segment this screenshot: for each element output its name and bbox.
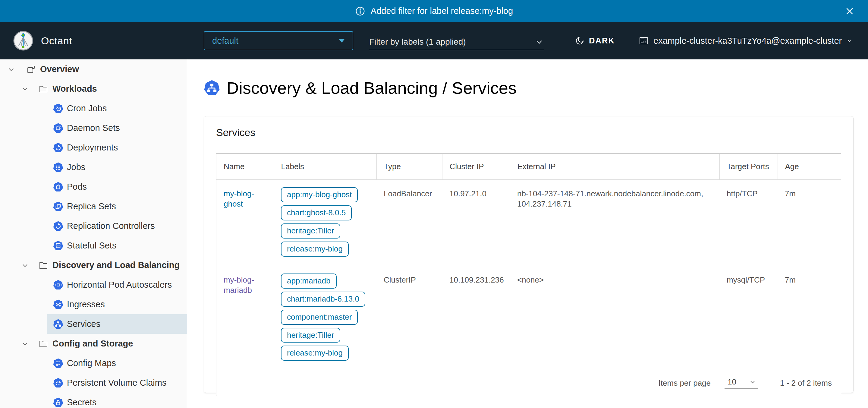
column-header-age: Age (778, 154, 841, 180)
sidebar-item-stateful-sets[interactable]: Stateful Sets (47, 236, 187, 255)
sidebar-item-replication-controllers[interactable]: Replication Controllers (47, 216, 187, 236)
pvc-icon (53, 378, 63, 388)
cell-external-ip: <none> (510, 266, 719, 370)
column-header-cluster-ip: Cluster IP (442, 154, 510, 180)
sidebar-item-ingresses[interactable]: Ingresses (47, 295, 187, 314)
table-header-row: Name Labels Type Cluster IP External IP … (216, 154, 841, 180)
sidebar-item-label: Replica Sets (67, 201, 116, 211)
sidebar-item-replica-sets[interactable]: Replica Sets (47, 197, 187, 216)
service-link-my-blog-mariadb[interactable]: my-blog-mariadb (224, 275, 254, 295)
namespace-select[interactable]: default (204, 31, 353, 50)
sidebar-item-secrets[interactable]: Secrets (47, 392, 187, 408)
sidebar-item-services[interactable]: Services (47, 314, 187, 334)
sidebar-item-label: Horizontal Pod Autoscalers (67, 280, 172, 290)
octant-logo-icon (13, 31, 33, 51)
app-name: Octant (41, 35, 72, 47)
jobs-icon (53, 162, 63, 173)
label-pill[interactable]: component:master (281, 310, 358, 325)
sidebar-item-daemon-sets[interactable]: Daemon Sets (47, 118, 187, 138)
label-pill[interactable]: app:my-blog-ghost (281, 187, 358, 202)
dark-mode-toggle[interactable]: DARK (575, 22, 615, 59)
column-header-type: Type (376, 154, 442, 180)
moon-icon (575, 36, 585, 46)
sidebar-item-label: Config and Storage (53, 339, 133, 349)
sidebar-item-jobs[interactable]: Jobs (47, 157, 187, 177)
label-pill[interactable]: heritage:Tiller (281, 328, 340, 343)
column-header-target-ports: Target Ports (719, 154, 778, 180)
app-header: Octant default Filter by labels (1 appli… (0, 22, 868, 59)
label-pill[interactable]: heritage:Tiller (281, 224, 340, 238)
close-icon[interactable] (844, 6, 855, 16)
services-icon (204, 80, 220, 96)
cell-type: LoadBalancer (376, 180, 442, 266)
folder-icon (39, 339, 48, 348)
cell-target-ports: http/TCP (719, 180, 778, 266)
label-pill[interactable]: release:my-blog (281, 346, 349, 361)
sidebar-item-config-and-storage[interactable]: Config and Storage (0, 334, 187, 353)
table-row: my-blog-mariadb app:mariadb chart:mariad… (216, 266, 841, 370)
cell-target-ports: mysql/TCP (719, 266, 778, 370)
sidebar-item-label: Workloads (53, 84, 97, 94)
services-icon (53, 319, 63, 329)
chevron-down-icon (846, 37, 852, 44)
chevron-down-icon[interactable] (21, 85, 29, 93)
label-pill[interactable]: chart:mariadb-6.13.0 (281, 292, 365, 307)
sidebar-nav: Overview Workloads Cron Jobs Daemon Sets… (0, 59, 187, 408)
label-filter-input[interactable]: Filter by labels (1 applied) (369, 34, 544, 50)
sidebar-item-discovery-and-load-balancing[interactable]: Discovery and Load Balancing (0, 255, 187, 275)
sidebar-item-label: Replication Controllers (67, 221, 155, 231)
column-header-name: Name (216, 154, 274, 180)
folder-icon (39, 261, 48, 270)
page-title-text: Discovery & Load Balancing / Services (227, 78, 517, 98)
sidebar-item-pods[interactable]: Pods (47, 177, 187, 197)
cell-cluster-ip: 10.97.21.0 (442, 180, 510, 266)
brand: Octant (13, 22, 72, 59)
sidebar-item-label: Daemon Sets (67, 123, 120, 133)
sidebar-item-label: Cron Jobs (67, 104, 107, 113)
cell-age: 7m (778, 180, 841, 266)
replica-sets-icon (53, 201, 63, 212)
sidebar-item-deployments[interactable]: Deployments (47, 138, 187, 157)
sidebar-item-horizontal-pod-autoscalers[interactable]: Horizontal Pod Autoscalers (47, 275, 187, 295)
cluster-select[interactable]: example-cluster-ka3TuTzYo4a@example-clus… (638, 22, 852, 59)
page-size-select[interactable]: 10 (724, 377, 758, 389)
cell-age: 7m (778, 266, 841, 370)
config-maps-icon (53, 358, 63, 369)
cell-type: ClusterIP (376, 266, 442, 370)
services-card: Services Name Labels Type Cluster IP Ext… (204, 116, 854, 393)
sidebar-item-label: Overview (40, 64, 79, 74)
sidebar-item-label: Discovery and Load Balancing (53, 260, 180, 270)
folder-icon (39, 84, 48, 93)
label-pill[interactable]: release:my-blog (281, 241, 349, 257)
deployments-icon (53, 143, 63, 153)
caret-down-icon (339, 39, 345, 42)
pagination: Items per page 10 1 - 2 of 2 items (216, 370, 841, 396)
sidebar-item-label: Services (67, 319, 100, 329)
sidebar-item-config-maps[interactable]: Config Maps (47, 353, 187, 373)
sidebar-item-label: Config Maps (67, 358, 116, 368)
sidebar-item-overview[interactable]: Overview (0, 59, 187, 79)
chevron-down-icon[interactable] (21, 261, 29, 269)
label-filter-text: Filter by labels (1 applied) (369, 37, 466, 47)
chevron-down-icon[interactable] (7, 65, 15, 73)
secrets-icon (53, 398, 63, 408)
applications-icon (26, 64, 36, 74)
services-table: Name Labels Type Cluster IP External IP … (216, 153, 841, 396)
service-link-my-blog-ghost[interactable]: my-blog-ghost (224, 189, 254, 208)
main-content: Discovery & Load Balancing / Services Se… (187, 59, 868, 408)
cron-jobs-icon (53, 104, 63, 114)
page-size-value: 10 (727, 377, 736, 387)
chevron-down-icon[interactable] (21, 340, 29, 348)
sidebar-item-workloads[interactable]: Workloads (0, 79, 187, 98)
cell-external-ip: nb-104-237-148-71.newark.nodebalancer.li… (510, 180, 719, 266)
label-pill[interactable]: chart:ghost-8.0.5 (281, 205, 352, 221)
sidebar-item-cron-jobs[interactable]: Cron Jobs (47, 98, 187, 118)
label-pill[interactable]: app:mariadb (281, 273, 337, 289)
sidebar-item-label: Ingresses (67, 299, 105, 310)
sidebar-item-label: Deployments (67, 143, 118, 153)
sidebar-item-persistent-volume-claims[interactable]: Persistent Volume Claims (47, 373, 187, 392)
sidebar-item-label: Stateful Sets (67, 241, 116, 251)
banner-message: Added filter for label release:my-blog (371, 6, 513, 16)
ingresses-icon (53, 299, 63, 310)
hpa-icon (53, 280, 63, 290)
